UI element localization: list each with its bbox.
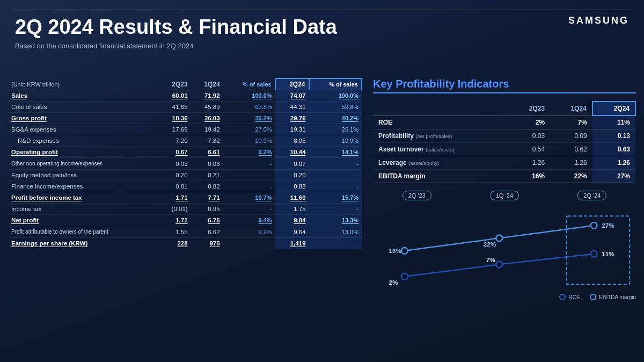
table-row-label: Sales xyxy=(8,90,158,102)
table-row-cell: 71.92 xyxy=(191,90,223,102)
kpi-table-row: EBITDA margin16%22%27% xyxy=(373,170,635,183)
svg-text:2%: 2% xyxy=(389,279,398,286)
kpi-cell-1q24: 1.26 xyxy=(550,156,592,170)
chart-svg: 16% 22% 27% 2% 7% 11% xyxy=(373,205,636,291)
table-row-cell: (0.01) xyxy=(158,204,191,215)
table-row-label: Income tax xyxy=(8,204,158,215)
table-row: Earnings per share (KRW)2289751,419 xyxy=(8,238,362,249)
table-row-cell: 100.0% xyxy=(309,90,362,102)
table-row-label: SG&A expenses xyxy=(8,124,158,135)
table-row-cell: - xyxy=(309,181,362,192)
table-row-cell: - xyxy=(223,158,275,170)
kpi-table-row: Asset turnover (sales/asset)0.540.620.63 xyxy=(373,143,635,156)
kpi-table-row: ROE2%7%11% xyxy=(373,115,635,129)
table-row: Sales60.0171.92100.0%74.07100.0% xyxy=(8,90,362,102)
table-row-cell: 19.31 xyxy=(275,124,309,135)
table-row-cell: 0.82 xyxy=(191,181,223,192)
table-row-cell: 10.7% xyxy=(223,192,275,204)
col-2q24: 2Q24 xyxy=(275,78,309,90)
table-row-cell: 9.2% xyxy=(223,226,275,238)
table-row-cell: 15.7% xyxy=(309,192,362,204)
table-row-cell: 6.61 xyxy=(191,147,223,158)
table-row: Other non-operating income/expenses0.030… xyxy=(8,158,362,170)
kpi-cell-2q24: 27% xyxy=(592,170,635,183)
right-section: Key Profitability Indicators 2Q23 1Q24 2… xyxy=(373,78,636,357)
svg-point-2 xyxy=(401,248,408,254)
table-row-cell: - xyxy=(223,204,275,215)
table-row-cell: - xyxy=(309,158,362,170)
table-row-cell: 6.62 xyxy=(191,226,223,238)
table-row-cell: 60.01 xyxy=(158,90,191,102)
table-row-cell: 74.07 xyxy=(275,90,309,102)
chart-area: 2Q '23 1Q '24 2Q '24 16% 22% 27 xyxy=(373,191,636,357)
kpi-cell-1q24: 0.62 xyxy=(550,143,592,156)
table-row-cell: 0.20 xyxy=(158,170,191,181)
table-row-label: Net profit xyxy=(8,215,158,226)
table-row-cell: 7.20 xyxy=(158,135,191,147)
table-row-cell: 45.89 xyxy=(191,102,223,113)
table-row-cell: 11.60 xyxy=(275,192,309,204)
svg-point-3 xyxy=(496,235,502,241)
page-title: 2Q 2024 Results & Financial Data xyxy=(15,16,337,39)
table-row-cell: 0.88 xyxy=(275,181,309,192)
chart-label-2q24: 2Q '24 xyxy=(577,191,606,200)
table-row-cell: - xyxy=(309,204,362,215)
table-row-cell: 63.8% xyxy=(223,102,275,113)
kpi-cell-1q24: 0.09 xyxy=(550,129,592,143)
kpi-col-1q24: 1Q24 xyxy=(550,102,592,115)
col-pct1: % of sales xyxy=(223,78,275,90)
kpi-cell-q23: 2% xyxy=(509,115,550,129)
table-row-cell: 29.76 xyxy=(275,113,309,124)
chart-label-q23: 2Q '23 xyxy=(402,191,431,200)
table-row: Income tax(0.01)0.95-1.75- xyxy=(8,204,362,215)
svg-point-12 xyxy=(591,251,597,257)
table-row-label: Equity method gain/loss xyxy=(8,170,158,181)
table-row-cell: 10.44 xyxy=(275,147,309,158)
chart-label-1q24: 1Q '24 xyxy=(490,191,519,200)
table-row-cell xyxy=(309,238,362,249)
table-row-cell: 975 xyxy=(191,238,223,249)
unit-header: (Unit: KRW trillion) xyxy=(8,78,158,90)
svg-text:27%: 27% xyxy=(602,222,614,229)
table-row-cell: 9.2% xyxy=(223,147,275,158)
table-row-cell: 9.4% xyxy=(223,215,275,226)
table-row-cell: 27.0% xyxy=(223,124,275,135)
svg-line-8 xyxy=(405,264,499,277)
svg-text:22%: 22% xyxy=(484,241,496,248)
table-row: Cost of sales41.6545.8963.8%44.3159.8% xyxy=(8,102,362,113)
kpi-table: 2Q23 1Q24 2Q24 ROE2%7%11%Profitability (… xyxy=(373,101,636,183)
kpi-cell-q23: 0.54 xyxy=(509,143,550,156)
chart-svg-container: 16% 22% 27% 2% 7% 11% xyxy=(373,205,636,291)
table-row-cell: 8.05 xyxy=(275,135,309,147)
kpi-cell-2q24: 11% xyxy=(592,115,635,129)
table-row-cell: 0.95 xyxy=(191,204,223,215)
legend-ebitda: EBITDA margin xyxy=(590,294,636,300)
kpi-cell-2q24: 0.13 xyxy=(592,129,635,143)
table-row-cell: 0.21 xyxy=(191,170,223,181)
table-row-cell: 7.82 xyxy=(191,135,223,147)
table-row-label: Cost of sales xyxy=(8,102,158,113)
table-row-cell: 0.20 xyxy=(275,170,309,181)
table-row-cell: 41.65 xyxy=(158,102,191,113)
table-row-cell: 0.07 xyxy=(275,158,309,170)
table-row-label: Profit attributable to owners of the par… xyxy=(8,226,158,238)
kpi-col-label xyxy=(373,102,509,115)
table-row-label: R&D expenses xyxy=(8,135,158,147)
kpi-cell-q23: 1.26 xyxy=(509,156,550,170)
table-row-cell: 14.1% xyxy=(309,147,362,158)
table-row-cell: 36.2% xyxy=(223,113,275,124)
table-row-cell: 13.3% xyxy=(309,215,362,226)
ebitda-legend-label: EBITDA margin xyxy=(599,294,636,300)
table-row-cell: 228 xyxy=(158,238,191,249)
table-row-cell: 26.03 xyxy=(191,113,223,124)
table-row-cell: 6.75 xyxy=(191,215,223,226)
col-1q24: 1Q24 xyxy=(191,78,223,90)
kpi-title: Key Profitability Indicators xyxy=(373,78,636,93)
kpi-row-label: EBITDA margin xyxy=(373,170,509,183)
svg-line-1 xyxy=(499,226,594,238)
table-row-cell: 19.42 xyxy=(191,124,223,135)
table-row-label: Profit before income tax xyxy=(8,192,158,204)
kpi-row-label: Asset turnover (sales/asset) xyxy=(373,143,509,156)
table-row-cell: 17.69 xyxy=(158,124,191,135)
table-row-cell: 9.84 xyxy=(275,215,309,226)
